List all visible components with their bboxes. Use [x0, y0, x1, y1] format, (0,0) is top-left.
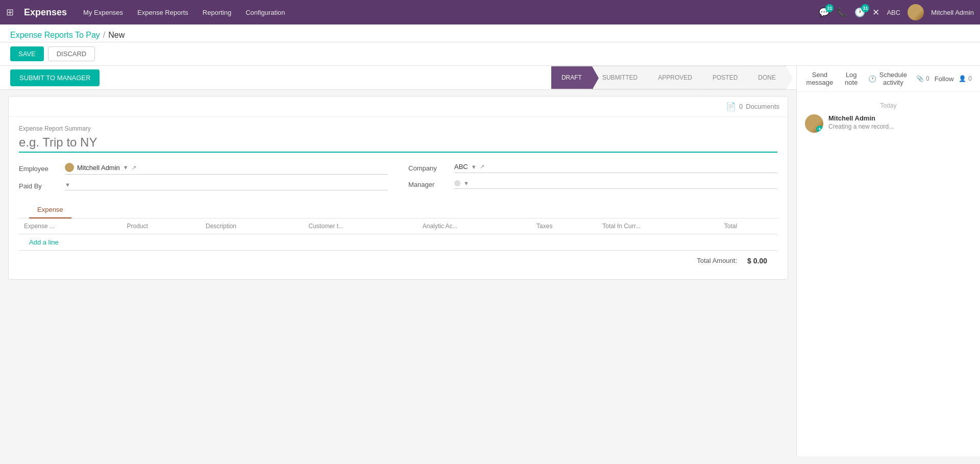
form-col-right: Company ABC ▼ ↗ Manager ▼	[408, 163, 777, 198]
chat-icon[interactable]: 💬 31	[819, 7, 829, 18]
total-section: Total Amount: $ 0.00	[19, 250, 777, 271]
col-taxes: Taxes	[531, 218, 597, 234]
company-field: ABC ▼ ↗	[454, 163, 777, 173]
chatter-actions: Send message Log note 🕐 Schedule activit…	[797, 66, 980, 92]
total-amount-value: $ 0.00	[747, 257, 767, 265]
company-row: Company ABC ▼ ↗	[408, 163, 777, 173]
app-title: Expenses	[24, 7, 67, 18]
employee-avatar	[65, 163, 74, 172]
expense-table: Expense ... Product Description Customer…	[19, 218, 777, 250]
col-expense-date: Expense ...	[19, 218, 122, 234]
submit-to-manager-button[interactable]: SUBMIT TO MANAGER	[10, 69, 100, 86]
paid-by-dropdown-icon[interactable]: ▼	[65, 182, 70, 188]
col-product: Product	[122, 218, 201, 234]
total-amount-label: Total Amount:	[697, 257, 737, 265]
username: Mitchell Admin	[931, 9, 974, 16]
col-analytic: Analytic Ac...	[418, 218, 531, 234]
breadcrumb-separator: /	[103, 31, 105, 40]
nav-my-expenses[interactable]: My Expenses	[77, 6, 129, 19]
action-bar: SAVE DISCARD	[0, 42, 980, 66]
employee-row: Employee Mitchell Admin ▼ ↗	[19, 163, 388, 175]
form-col-left: Employee Mitchell Admin ▼ ↗ Paid By	[19, 163, 388, 198]
close-icon[interactable]: ✕	[872, 7, 879, 18]
chatter-body: Today ✈ Mitchell Admin Creating a new re…	[797, 92, 980, 139]
documents-button[interactable]: 📄 0 Documents	[726, 102, 779, 111]
expense-summary-input[interactable]	[19, 135, 777, 153]
manager-field: ▼	[454, 180, 777, 189]
discard-button[interactable]: DISCARD	[48, 46, 95, 61]
paid-by-label: Paid By	[19, 182, 65, 190]
phone-icon[interactable]: 📞	[837, 7, 847, 18]
breadcrumb-link[interactable]: Expense Reports To Pay	[10, 31, 100, 40]
nav-configuration[interactable]: Configuration	[239, 6, 291, 19]
save-button[interactable]: SAVE	[10, 46, 44, 61]
col-description: Description	[201, 218, 303, 234]
person-icon: 👤	[959, 75, 966, 82]
employee-field: Mitchell Admin ▼ ↗	[65, 163, 388, 175]
chatter-meta: 📎 0 Follow 👤 0	[916, 75, 972, 83]
schedule-activity-button[interactable]: 🕐 Schedule activity	[868, 71, 908, 86]
add-line-button[interactable]: Add a line	[24, 234, 64, 250]
manager-dot	[454, 180, 460, 186]
follow-button[interactable]: Follow	[935, 75, 954, 83]
workflow-header: SUBMIT TO MANAGER DRAFT SUBMITTED APPROV…	[0, 66, 796, 90]
breadcrumb-bar: Expense Reports To Pay / New	[0, 25, 980, 42]
documents-section: 📄 0 Documents	[9, 96, 788, 117]
employee-external-link-icon[interactable]: ↗	[132, 164, 136, 171]
clock-badge: 31	[861, 4, 869, 12]
breadcrumb: Expense Reports To Pay / New	[10, 31, 970, 40]
log-note-button[interactable]: Log note	[843, 71, 860, 86]
stage-submitted[interactable]: SUBMITTED	[592, 66, 648, 89]
paid-by-field[interactable]: ▼	[65, 182, 388, 190]
breadcrumb-current: New	[108, 31, 125, 40]
message-content: Mitchell Admin Creating a new record...	[828, 114, 972, 133]
workflow-stages: DRAFT SUBMITTED APPROVED POSTED DONE	[551, 66, 786, 89]
grid-icon[interactable]: ⊞	[6, 7, 14, 18]
col-total-curr: Total In Curr...	[597, 218, 719, 234]
stage-approved[interactable]: APPROVED	[648, 66, 702, 89]
followers-count: 0	[968, 75, 972, 82]
tab-expense[interactable]: Expense	[29, 202, 71, 218]
main-layout: SUBMIT TO MANAGER DRAFT SUBMITTED APPROV…	[0, 66, 980, 456]
form-fields: Employee Mitchell Admin ▼ ↗ Paid By	[19, 163, 777, 198]
company-name: ABC	[887, 9, 900, 16]
docs-count: 0	[739, 103, 743, 110]
attachments-count: 0	[926, 75, 929, 82]
paperclip-icon: 📎	[916, 75, 924, 82]
company-label: Company	[408, 164, 454, 172]
followers-meta[interactable]: 👤 0	[959, 75, 972, 82]
company-external-link-icon[interactable]: ↗	[480, 163, 484, 170]
chat-badge: 31	[825, 4, 834, 12]
send-message-button[interactable]: Send message	[805, 71, 835, 86]
employee-label: Employee	[19, 165, 65, 173]
message-avatar: ✈	[805, 114, 823, 133]
stage-posted[interactable]: POSTED	[702, 66, 748, 89]
company-value: ABC	[454, 163, 468, 170]
clock-small-icon: 🕐	[868, 75, 876, 83]
employee-dropdown-icon[interactable]: ▼	[123, 164, 129, 170]
clock-icon[interactable]: 🕐 31	[854, 7, 865, 18]
tabs: Expense	[19, 202, 777, 218]
form-card-body: Expense Report Summary Employee Mitchell…	[9, 117, 788, 279]
employee-value: Mitchell Admin	[77, 164, 120, 172]
main-nav: My Expenses Expense Reports Reporting Co…	[77, 6, 291, 19]
chatter-message: ✈ Mitchell Admin Creating a new record..…	[805, 114, 972, 133]
manager-row: Manager ▼	[408, 180, 777, 189]
nav-reporting[interactable]: Reporting	[197, 6, 237, 19]
manager-dropdown-icon[interactable]: ▼	[463, 180, 469, 186]
document-icon: 📄	[726, 102, 736, 111]
message-author: Mitchell Admin	[828, 114, 972, 122]
col-total: Total	[719, 218, 777, 234]
topnav: ⊞ Expenses My Expenses Expense Reports R…	[0, 0, 980, 25]
paid-by-row: Paid By ▼	[19, 182, 388, 190]
date-separator: Today	[805, 102, 972, 109]
attachments-meta[interactable]: 📎 0	[916, 75, 929, 82]
summary-label: Expense Report Summary	[19, 125, 777, 132]
message-text: Creating a new record...	[828, 123, 972, 130]
user-avatar[interactable]	[908, 4, 924, 20]
chatter-sidebar: Send message Log note 🕐 Schedule activit…	[796, 66, 980, 456]
manager-label: Manager	[408, 181, 454, 188]
company-dropdown-icon[interactable]: ▼	[471, 164, 477, 170]
nav-expense-reports[interactable]: Expense Reports	[131, 6, 194, 19]
stage-draft[interactable]: DRAFT	[551, 66, 592, 89]
